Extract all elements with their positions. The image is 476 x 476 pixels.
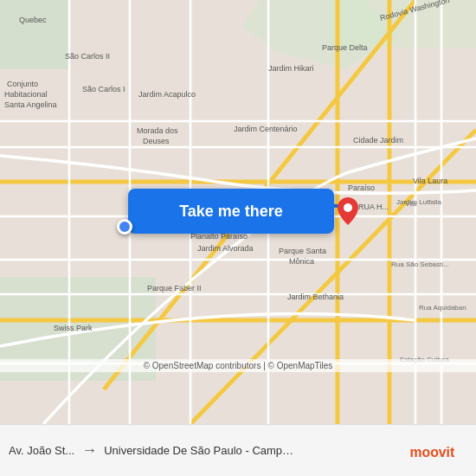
svg-text:Swiss Park: Swiss Park <box>54 324 93 332</box>
map-attribution: © OpenStreetMap contributors | © OpenMap… <box>0 359 476 372</box>
map-container: Quebec São Carlos II Conjunto Habitacion… <box>0 0 476 424</box>
svg-text:São Carlos I: São Carlos I <box>82 85 125 93</box>
svg-text:RUA H...: RUA H... <box>358 203 389 211</box>
route-info: Av. João St... → Universidade De São Pau… <box>9 441 400 460</box>
svg-text:Jardim Hikari: Jardim Hikari <box>268 64 314 73</box>
svg-text:moovit: moovit <box>410 445 455 460</box>
svg-text:Santa Angelina: Santa Angelina <box>4 100 57 109</box>
svg-point-52 <box>344 203 352 212</box>
svg-text:Deuses: Deuses <box>143 137 170 145</box>
svg-text:Jardim Bethania: Jardim Bethania <box>287 293 344 301</box>
moovit-logo: moovit <box>407 435 467 466</box>
route-from: Av. João St... <box>9 444 74 457</box>
svg-rect-1 <box>0 0 69 69</box>
svg-text:Parque Santa: Parque Santa <box>279 247 326 255</box>
svg-text:Paraíso: Paraíso <box>348 183 375 192</box>
take-me-there-button[interactable]: Take me there <box>128 189 334 234</box>
destination-marker <box>338 197 358 223</box>
svg-text:Mônica: Mônica <box>289 257 314 266</box>
svg-text:Habitacional: Habitacional <box>4 90 48 99</box>
svg-text:Parque Faber II: Parque Faber II <box>147 284 202 293</box>
svg-text:Rua São Sebasti...: Rua São Sebasti... <box>391 261 449 268</box>
svg-text:Parque Delta: Parque Delta <box>322 43 368 52</box>
svg-text:Morada dos: Morada dos <box>137 126 178 135</box>
svg-text:Quebec: Quebec <box>19 16 47 24</box>
origin-marker <box>117 219 132 235</box>
route-to: Universidade De São Paulo - Campus... <box>104 444 294 457</box>
route-arrow-icon: → <box>81 441 97 460</box>
svg-text:Jardim Centenário: Jardim Centenário <box>234 125 298 133</box>
svg-text:Cidade Jardim: Cidade Jardim <box>353 136 403 145</box>
svg-text:Rua Aquidaban: Rua Aquidaban <box>419 304 466 312</box>
svg-text:Vila Laura: Vila Laura <box>413 177 447 185</box>
svg-text:Jardim Acapulco: Jardim Acapulco <box>138 90 196 99</box>
svg-text:Conjunto: Conjunto <box>7 80 38 88</box>
svg-text:Jardim Alvorada: Jardim Alvorada <box>197 244 254 253</box>
svg-text:Jardim Lutfalla: Jardim Lutfalla <box>396 198 442 206</box>
svg-text:São Carlos II: São Carlos II <box>65 52 110 61</box>
bottom-bar: Av. João St... → Universidade De São Pau… <box>0 424 476 476</box>
